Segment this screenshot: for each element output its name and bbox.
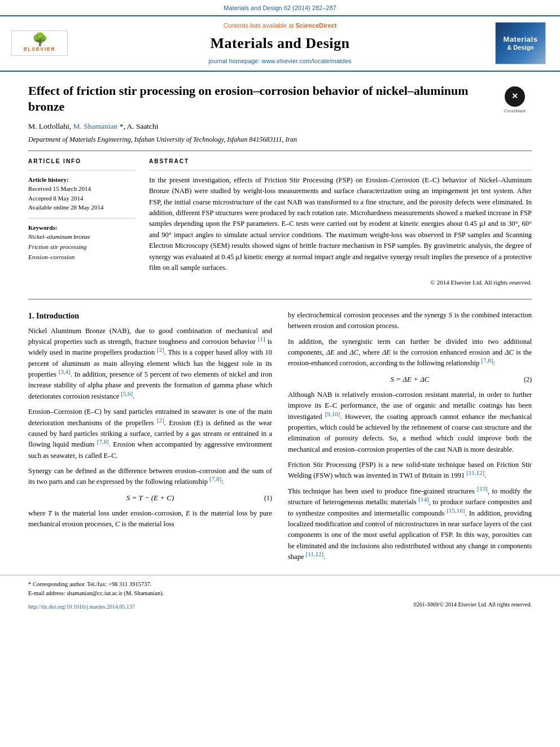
body-columns: 1. Introduction Nickel Aluminum Bronze (… xyxy=(28,310,532,567)
footnote-email: E-mail address: shamanian@cc.iut.ac.ir (… xyxy=(28,589,532,598)
crossmark-icon: ✕ xyxy=(505,86,525,107)
journal-header-center: Contents lists available at ScienceDirec… xyxy=(79,21,481,66)
copyright: © 2014 Elsevier Ltd. All rights reserved… xyxy=(149,278,532,287)
right-p1: by electrochemical corrosion processes a… xyxy=(288,310,532,332)
elsevier-logo-area: 🌳 ELSEVIER xyxy=(6,30,73,56)
crossmark[interactable]: ✕ CrossMark xyxy=(498,86,532,115)
article-content: Effect of friction stir processing on er… xyxy=(0,74,560,296)
title-row: Effect of friction stir processing on er… xyxy=(28,83,532,121)
article-history: Article history: Received 15 March 2014 … xyxy=(28,175,135,212)
formula-2-text: S = ΔE + ΔC xyxy=(391,375,430,383)
formula-1-block: S = T − (E + C) (1) xyxy=(28,492,272,504)
divider-2 xyxy=(28,218,135,219)
affiliation: Department of Materials Engineering, Isf… xyxy=(28,134,532,145)
intro-p3: Synergy can be defined as the difference… xyxy=(28,466,272,488)
abstract-header: ABSTRACT xyxy=(149,157,532,165)
top-citation-text: Materials and Design 62 (2014) 282–287 xyxy=(224,5,336,11)
ref-7-8c[interactable]: [7,8] xyxy=(481,357,493,364)
elsevier-logo-box: 🌳 ELSEVIER xyxy=(11,30,68,56)
keyword-1: Nickel–aluminum bronze xyxy=(28,232,135,242)
history-label: Article history: xyxy=(28,175,135,185)
formula-2-number: (2) xyxy=(524,374,532,385)
divider-body xyxy=(28,299,532,300)
formula-1-number: (1) xyxy=(264,493,272,504)
intro-p1: Nickel Aluminum Bronze (NAB), due to goo… xyxy=(28,326,272,403)
article-info-header: ARTICLE INFO xyxy=(28,157,135,165)
footnote-star: * Corresponding author. Tel./fax: +98 31… xyxy=(28,580,532,589)
journal-header: 🌳 ELSEVIER Contents lists available at S… xyxy=(0,15,560,72)
body-col-left: 1. Introduction Nickel Aluminum Bronze (… xyxy=(28,310,272,567)
formula-2-block: S = ΔE + ΔC (2) xyxy=(288,374,532,385)
authors-line: M. Lotfollahi, M. Shamanian *, A. Saatch… xyxy=(28,121,532,132)
ref-3-4[interactable]: [3,4] xyxy=(59,368,71,375)
article-title: Effect of friction stir processing on er… xyxy=(28,83,492,121)
journal-top-citation: Materials and Design 62 (2014) 282–287 xyxy=(0,0,560,13)
keywords-label: Keywords: xyxy=(28,223,135,233)
sciencedirect-line: Contents lists available at ScienceDirec… xyxy=(79,21,481,30)
authors-text: M. Lotfollahi, M. Shamanian *, A. Saatch… xyxy=(28,122,159,130)
right-p3: Although NAB is relatively erosion–corro… xyxy=(288,390,532,455)
elsevier-label: ELSEVIER xyxy=(15,46,64,54)
journal-title: Materials and Design xyxy=(79,32,481,54)
ref-7-8[interactable]: [7,8] xyxy=(97,438,109,445)
footnote-email-name: (M. Shamanian). xyxy=(123,590,164,596)
footer-bottom: http://dx.doi.org/10.1016/j.matdes.2014.… xyxy=(28,600,532,611)
ref-2[interactable]: [2] xyxy=(157,346,164,353)
keyword-3: Erosion–corrosion xyxy=(28,252,135,263)
article-title-text: Effect of friction stir processing on er… xyxy=(28,83,492,115)
ref-14[interactable]: [14] xyxy=(418,496,428,503)
ref-13[interactable]: [13] xyxy=(478,485,488,492)
body-col-right: by electrochemical corrosion processes a… xyxy=(288,310,532,567)
page: Materials and Design 62 (2014) 282–287 🌳… xyxy=(0,0,560,747)
divider-after-affiliation xyxy=(28,150,532,151)
footnote-email-label: E-mail address: xyxy=(28,590,67,596)
intro-p4: where T is the material loss under erosi… xyxy=(28,508,272,530)
right-p4: Friction Stir Processing (FSP) is a new … xyxy=(288,460,532,482)
ref-5-6[interactable]: [5,6] xyxy=(121,390,133,397)
intro-title: 1. Introduction xyxy=(28,310,272,322)
ref-9-10[interactable]: [9,10] xyxy=(325,410,340,417)
crossmark-label: CrossMark xyxy=(504,108,526,115)
right-p2: In addition, the synergistic term can fu… xyxy=(288,337,532,369)
article-footer: * Corresponding author. Tel./fax: +98 31… xyxy=(0,575,560,614)
info-abstract-columns: ARTICLE INFO Article history: Received 1… xyxy=(28,157,532,287)
received-date: Received 15 March 2014 xyxy=(28,184,135,194)
divider-1 xyxy=(28,170,135,171)
ref-7-8b[interactable]: [7,8] xyxy=(209,475,221,482)
divider-abstract xyxy=(149,170,532,171)
journal-cover-box: Materials & Design xyxy=(495,22,546,64)
footer-issn: 0261-3069/© 2014 Elsevier Ltd. All right… xyxy=(414,600,532,611)
footnote-star-text: * Corresponding author. Tel./fax: +98 31… xyxy=(28,581,151,587)
ref-11-12b[interactable]: [11,12] xyxy=(306,551,324,557)
intro-p2: Erosion–Corrosion (E–C) by sand particle… xyxy=(28,407,272,461)
keywords-section: Keywords: Nickel–aluminum bronze Frictio… xyxy=(28,223,135,262)
article-info-col: ARTICLE INFO Article history: Received 1… xyxy=(28,157,135,287)
cover-title: Materials & Design xyxy=(504,35,538,51)
ref-11-12[interactable]: [11,12] xyxy=(466,469,484,476)
formula-1-text: S = T − (E + C) xyxy=(126,493,174,502)
keywords-list: Nickel–aluminum bronze Friction stir pro… xyxy=(28,232,135,262)
right-p5: This technique has been used to produce … xyxy=(288,486,532,563)
abstract-text: In the present investigation, effects of… xyxy=(149,175,532,273)
article-body: 1. Introduction Nickel Aluminum Bronze (… xyxy=(0,302,560,575)
abstract-col: ABSTRACT In the present investigation, e… xyxy=(149,157,532,287)
journal-cover: Materials & Design xyxy=(487,22,554,64)
ref-1[interactable]: [1] xyxy=(258,335,265,342)
corresponding-author[interactable]: M. Shamanian xyxy=(73,122,118,130)
ref-2b[interactable]: [2] xyxy=(157,416,164,423)
journal-homepage: journal homepage: www.elsevier.com/locat… xyxy=(79,56,481,66)
accepted-date: Accepted 8 May 2014 xyxy=(28,194,135,203)
ref-15-16[interactable]: [15,16] xyxy=(447,506,465,513)
sciencedirect-name: ScienceDirect xyxy=(296,22,337,29)
doi-link-bottom[interactable]: http://dx.doi.org/10.1016/j.matdes.2014.… xyxy=(28,602,135,611)
keyword-2: Friction stir processing xyxy=(28,242,135,252)
tree-icon: 🌳 xyxy=(15,33,64,46)
available-date: Available online 28 May 2014 xyxy=(28,203,135,212)
contents-label: Contents lists available at xyxy=(224,22,294,29)
footnote-email-address[interactable]: shamanian@cc.iut.ac.ir xyxy=(67,590,123,596)
